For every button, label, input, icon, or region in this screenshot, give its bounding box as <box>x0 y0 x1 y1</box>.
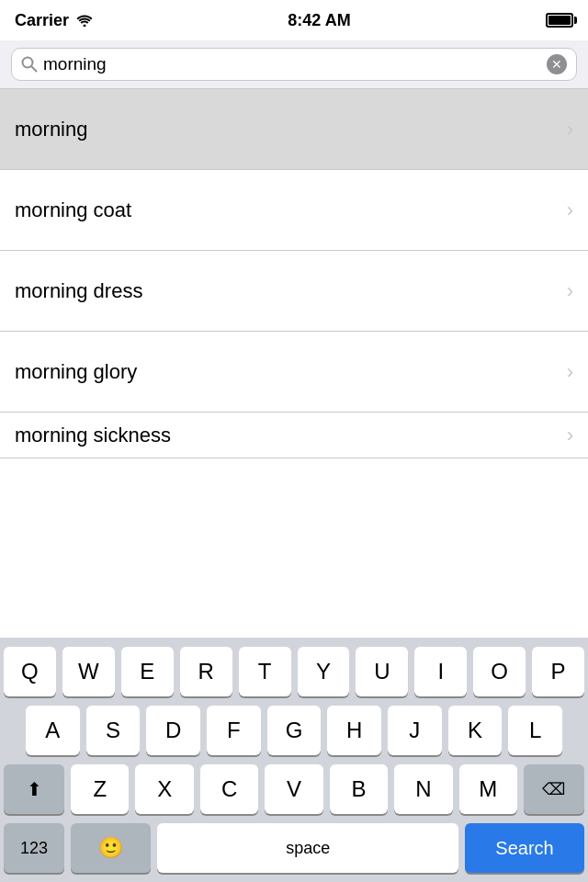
shift-key[interactable]: ⬆ <box>4 764 64 814</box>
key-Q[interactable]: Q <box>4 647 56 696</box>
carrier-label: Carrier <box>15 11 69 30</box>
suggestion-item[interactable]: morning dress › <box>0 251 588 332</box>
suggestion-item[interactable]: morning › <box>0 89 588 170</box>
search-icon <box>21 56 38 73</box>
search-key[interactable]: Search <box>465 823 584 873</box>
status-carrier: Carrier <box>15 11 93 30</box>
key-B[interactable]: B <box>330 764 388 814</box>
shift-icon: ⬆ <box>27 778 42 800</box>
key-J[interactable]: J <box>388 706 442 755</box>
keyboard-row-2: A S D F G H J K L <box>0 706 588 755</box>
search-bar: ✕ <box>0 40 588 89</box>
key-M[interactable]: M <box>459 764 517 814</box>
chevron-right-icon: › <box>567 279 573 303</box>
delete-icon: ⌫ <box>542 779 565 799</box>
keyboard-row-1: Q W E R T Y U I O P <box>0 647 588 696</box>
wifi-icon <box>76 14 93 27</box>
suggestion-item[interactable]: morning coat › <box>0 170 588 251</box>
space-key[interactable]: space <box>157 823 458 873</box>
search-input-wrapper[interactable]: ✕ <box>11 48 577 81</box>
suggestion-text: morning sickness <box>15 424 171 447</box>
svg-point-0 <box>84 25 86 28</box>
suggestion-text: morning glory <box>15 360 137 384</box>
status-bar: Carrier 8:42 AM <box>0 0 588 40</box>
key-Y[interactable]: Y <box>298 647 350 696</box>
chevron-right-icon: › <box>567 198 573 222</box>
key-R[interactable]: R <box>180 647 232 696</box>
key-X[interactable]: X <box>135 764 193 814</box>
svg-line-2 <box>31 66 37 72</box>
numbers-key[interactable]: 123 <box>4 823 64 873</box>
suggestion-text: morning coat <box>15 198 131 222</box>
keyboard: Q W E R T Y U I O P A S D F G H J K L ⬆ … <box>0 638 588 882</box>
suggestion-item[interactable]: morning sickness › <box>0 413 588 458</box>
suggestion-item[interactable]: morning glory › <box>0 332 588 413</box>
key-E[interactable]: E <box>121 647 174 696</box>
key-F[interactable]: F <box>207 706 261 755</box>
key-K[interactable]: K <box>448 706 503 755</box>
key-D[interactable]: D <box>146 706 200 755</box>
emoji-key[interactable]: 🙂 <box>71 823 151 873</box>
search-input[interactable] <box>43 54 541 74</box>
key-Z[interactable]: Z <box>71 764 129 814</box>
battery-icon <box>546 13 573 28</box>
keyboard-row-3: ⬆ Z X C V B N M ⌫ <box>0 764 588 814</box>
key-O[interactable]: O <box>473 647 526 696</box>
chevron-right-icon: › <box>567 360 573 384</box>
key-T[interactable]: T <box>239 647 291 696</box>
key-N[interactable]: N <box>394 764 452 814</box>
key-S[interactable]: S <box>86 706 141 755</box>
key-W[interactable]: W <box>62 647 115 696</box>
status-battery <box>546 13 573 28</box>
key-L[interactable]: L <box>508 706 562 755</box>
keyboard-bottom-row: 123 🙂 space Search <box>0 823 588 873</box>
key-G[interactable]: G <box>267 706 322 755</box>
key-V[interactable]: V <box>265 764 322 814</box>
key-P[interactable]: P <box>532 647 584 696</box>
key-H[interactable]: H <box>327 706 381 755</box>
chevron-right-icon: › <box>567 118 573 141</box>
key-U[interactable]: U <box>356 647 408 696</box>
delete-key[interactable]: ⌫ <box>524 764 584 814</box>
suggestion-text: morning dress <box>15 279 142 303</box>
suggestion-text: morning <box>15 118 87 141</box>
key-A[interactable]: A <box>26 706 80 755</box>
suggestions-list: morning › morning coat › morning dress ›… <box>0 89 588 458</box>
key-C[interactable]: C <box>200 764 258 814</box>
status-time: 8:42 AM <box>288 11 350 30</box>
chevron-right-icon: › <box>567 424 573 447</box>
search-clear-button[interactable]: ✕ <box>547 54 567 74</box>
key-I[interactable]: I <box>414 647 467 696</box>
